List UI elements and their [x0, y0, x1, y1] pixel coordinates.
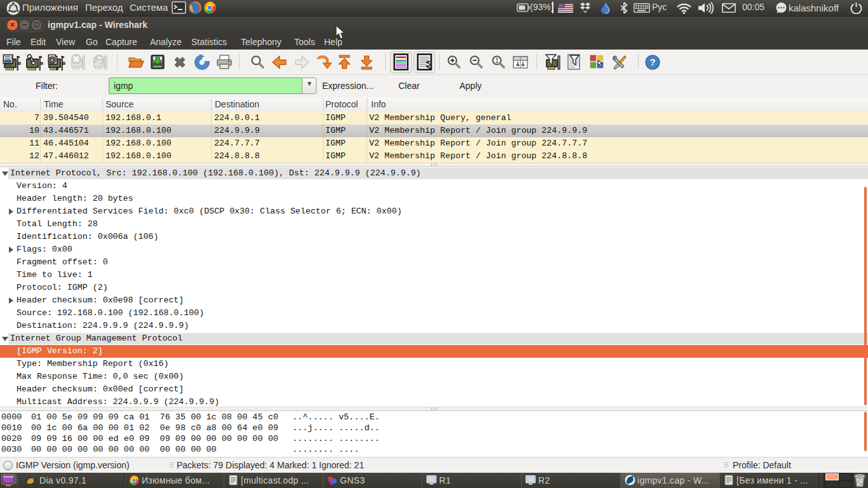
svg-text:1: 1: [495, 57, 499, 64]
svg-text:?: ?: [649, 57, 655, 67]
